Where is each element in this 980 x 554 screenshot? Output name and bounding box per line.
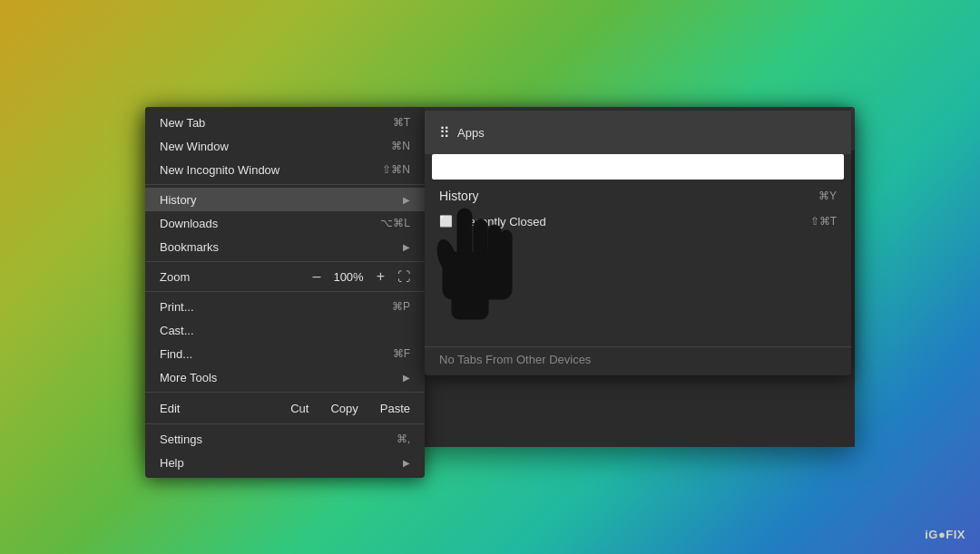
- url-bar: [432, 154, 844, 180]
- tab-icon: ⬜: [439, 215, 453, 228]
- menu-item-downloads[interactable]: Downloads ⌥⌘L: [145, 211, 425, 235]
- edit-actions: Cut Copy Paste: [290, 402, 410, 415]
- recently-closed-row: ⬜ Recently Closed: [439, 215, 546, 228]
- menu-item-help[interactable]: Help ▶: [145, 451, 425, 474]
- separator-5: [145, 423, 425, 424]
- menu-item-new-tab[interactable]: New Tab ⌘T: [145, 111, 425, 134]
- copy-button[interactable]: Copy: [330, 402, 358, 415]
- menu-item-incognito[interactable]: New Incognito Window ⇧⌘N: [145, 158, 425, 181]
- submenu-history-item[interactable]: History ⌘Y: [425, 183, 851, 209]
- separator-2: [145, 261, 425, 262]
- separator-4: [145, 392, 425, 393]
- no-tabs-label: No Tabs From Other Devices: [425, 346, 851, 372]
- menu-item-edit: Edit Cut Copy Paste: [145, 395, 425, 421]
- cut-button[interactable]: Cut: [290, 402, 309, 415]
- zoom-value: 100%: [333, 270, 363, 284]
- watermark: iG●FIX: [925, 528, 965, 541]
- menu-item-find[interactable]: Find... ⌘F: [145, 342, 425, 365]
- menu-item-new-window[interactable]: New Window ⌘N: [145, 134, 425, 158]
- menu-item-history[interactable]: History ▶: [145, 188, 425, 211]
- history-shortcut: ⌘Y: [818, 190, 837, 202]
- menu-item-print[interactable]: Print... ⌘P: [145, 295, 425, 318]
- menu-item-more-tools[interactable]: More Tools ▶: [145, 365, 425, 389]
- paste-button[interactable]: Paste: [380, 402, 410, 415]
- menu-item-settings[interactable]: Settings ⌘,: [145, 427, 425, 451]
- zoom-controls: – 100% + ⛶: [309, 268, 411, 285]
- history-submenu: ⠿ Apps History ⌘Y ⬜ Recently Closed ⇧⌘T …: [425, 107, 851, 375]
- zoom-plus[interactable]: +: [373, 268, 388, 285]
- zoom-expand-icon[interactable]: ⛶: [397, 269, 410, 284]
- context-menu: New Tab ⌘T New Window ⌘N New Incognito W…: [145, 107, 425, 478]
- zoom-minus[interactable]: –: [309, 268, 325, 285]
- menu-item-cast[interactable]: Cast...: [145, 318, 425, 342]
- submenu-browser-header: ⠿ Apps: [425, 111, 851, 154]
- submenu-recently-closed[interactable]: ⬜ Recently Closed ⇧⌘T: [425, 209, 851, 234]
- menu-item-bookmarks[interactable]: Bookmarks ▶: [145, 235, 425, 258]
- menu-item-zoom: Zoom – 100% + ⛶: [145, 265, 425, 288]
- separator-1: [145, 184, 425, 185]
- apps-label: Apps: [457, 126, 485, 140]
- separator-3: [145, 291, 425, 292]
- submenu-empty-space: [425, 234, 851, 343]
- recently-closed-shortcut: ⇧⌘T: [810, 215, 837, 228]
- apps-grid-icon: ⠿: [439, 124, 450, 141]
